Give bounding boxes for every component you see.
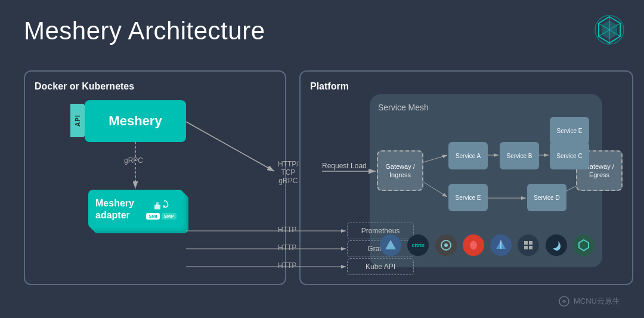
service-d: Service D <box>527 184 566 211</box>
watermark-icon <box>558 295 570 307</box>
service-a: Service A <box>448 142 488 169</box>
meshery-logo-icon <box>594 14 625 45</box>
gateway-ingress: Gateway /Ingress <box>377 150 423 191</box>
request-load-label: Request Load <box>322 162 367 170</box>
svg-rect-17 <box>529 246 532 249</box>
watermark: MCNU云原生 <box>558 295 620 307</box>
page-title: Meshery Architecture <box>24 17 265 45</box>
svg-marker-9 <box>385 240 396 249</box>
service-c: Service C <box>550 142 589 169</box>
adapter-stack: Mesheryadapter SMI SMP <box>88 190 187 231</box>
service-b: Service B <box>500 142 539 169</box>
kube-api-box: Kube API <box>347 258 414 275</box>
smp-badge: SMP <box>162 213 177 220</box>
istio-icon <box>380 234 401 256</box>
http-label-prometheus: HTTP <box>278 226 296 234</box>
http-label-kubeapi: HTTP <box>278 261 296 270</box>
traefik-icon <box>546 234 567 256</box>
svg-rect-15 <box>529 241 532 245</box>
http-label-grafana: HTTP <box>278 243 296 252</box>
svg-rect-16 <box>524 246 528 249</box>
svg-point-8 <box>163 205 165 208</box>
citrix-icon: citrix <box>407 234 429 256</box>
hex-icon <box>573 234 595 256</box>
svg-point-11 <box>444 243 448 247</box>
service-e-top: Service E <box>550 117 589 144</box>
smi-badge: SMI <box>146 213 159 220</box>
service-e-bottom: Service E <box>448 184 488 211</box>
grpc-label: gRPC <box>124 156 143 165</box>
kuma-icon <box>435 234 457 256</box>
svg-rect-7 <box>156 202 159 206</box>
svg-rect-14 <box>524 241 528 245</box>
consul-icon <box>463 234 484 256</box>
adapter-tool-icon <box>153 199 170 211</box>
api-tab: API <box>70 104 85 137</box>
linkerd-icon <box>490 234 512 256</box>
adapter-card-front: Mesheryadapter SMI SMP <box>88 190 184 229</box>
service-mesh-title: Service Mesh <box>378 103 594 112</box>
docker-kubernetes-title: Docker or Kubernetes <box>35 81 275 92</box>
adapter-icons: SMI SMP <box>146 199 177 220</box>
platform-title: Platform <box>310 81 623 92</box>
http-tcp-grpc-label: HTTP/TCPgRPC <box>278 160 299 185</box>
nsm-icon <box>518 234 539 256</box>
meshery-box: Meshery <box>85 100 186 142</box>
mesh-icons-row: citrix <box>377 230 597 260</box>
watermark-text: MCNU云原生 <box>574 296 620 307</box>
svg-marker-18 <box>579 240 589 251</box>
adapter-text: Mesheryadapter <box>95 197 134 220</box>
